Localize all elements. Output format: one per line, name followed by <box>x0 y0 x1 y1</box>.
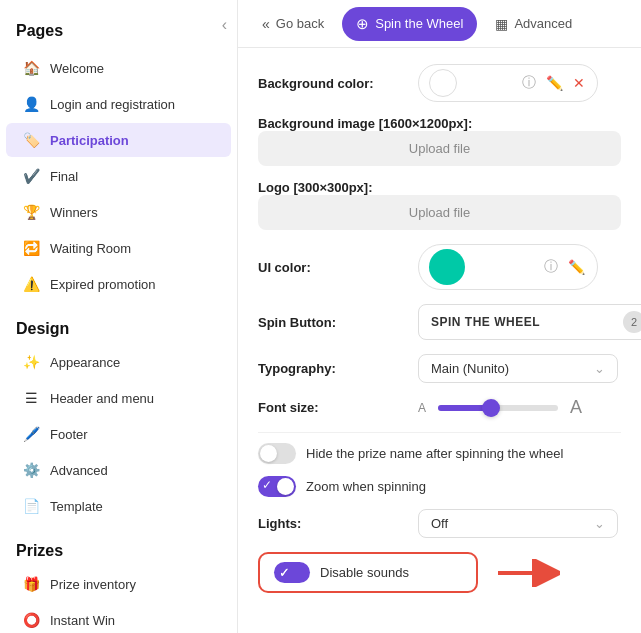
ui-color-info-button[interactable]: ⓘ <box>542 256 560 278</box>
gift-icon: 🎁 <box>22 575 40 593</box>
lights-row: Lights: Off ⌄ <box>258 509 621 538</box>
content-area: Background color: ⓘ ✏️ ✕ Background imag… <box>238 48 641 633</box>
ui-color-row: UI color: ⓘ ✏️ <box>258 244 621 290</box>
bg-color-swatch <box>429 69 457 97</box>
pages-section-title: Pages <box>0 4 79 46</box>
waiting-icon: 🔁 <box>22 239 40 257</box>
font-size-slider[interactable] <box>438 405 558 411</box>
user-icon: 👤 <box>22 95 40 113</box>
disable-sounds-toggle[interactable]: ✓ <box>274 562 310 583</box>
logo-upload-button[interactable]: Upload file <box>258 195 621 230</box>
spin-button-row: Spin Button: SPIN THE WHEEL 2 <box>258 304 621 340</box>
disable-sounds-label: Disable sounds <box>320 565 409 580</box>
main-panel: « Go back ⊕ Spin the Wheel ▦ Advanced Ba… <box>238 0 641 633</box>
typography-label: Typography: <box>258 361 408 376</box>
spin-button-badge: 2 <box>623 311 641 333</box>
gear-icon: ⚙️ <box>22 461 40 479</box>
ui-color-label: UI color: <box>258 260 408 275</box>
divider-1 <box>258 432 621 433</box>
warning-icon: ⚠️ <box>22 275 40 293</box>
sidebar-item-participation[interactable]: 🏷️ Participation <box>6 123 231 157</box>
sidebar-item-instant-win[interactable]: ⭕ Instant Win <box>6 603 231 633</box>
prizes-section-title: Prizes <box>0 524 237 566</box>
sidebar-item-final[interactable]: ✔️ Final <box>6 159 231 193</box>
sidebar-item-advanced[interactable]: ⚙️ Advanced <box>6 453 231 487</box>
disable-sounds-container: ✓ Disable sounds <box>258 552 621 593</box>
tag-icon: 🏷️ <box>22 131 40 149</box>
circle-icon: ⭕ <box>22 611 40 629</box>
bg-image-upload-button[interactable]: Upload file <box>258 131 621 166</box>
bg-color-edit-button[interactable]: ✏️ <box>544 73 565 93</box>
lights-label: Lights: <box>258 516 408 531</box>
design-section-title: Design <box>0 302 237 344</box>
advanced-button[interactable]: ▦ Advanced <box>481 8 586 40</box>
back-chevron-icon: « <box>262 16 270 32</box>
check-icon: ✓ <box>279 565 290 580</box>
typography-value: Main (Nunito) <box>431 361 509 376</box>
sidebar-item-prize-inventory[interactable]: 🎁 Prize inventory <box>6 567 231 601</box>
bg-color-field[interactable]: ⓘ ✏️ ✕ <box>418 64 598 102</box>
large-a-icon: A <box>570 397 582 418</box>
ui-color-edit-button[interactable]: ✏️ <box>566 257 587 277</box>
go-back-button[interactable]: « Go back <box>248 8 338 40</box>
chevron-down-icon: ⌄ <box>594 361 605 376</box>
font-size-label: Font size: <box>258 400 408 415</box>
sidebar-item-winners[interactable]: 🏆 Winners <box>6 195 231 229</box>
spin-the-wheel-button[interactable]: ⊕ Spin the Wheel <box>342 7 477 41</box>
template-icon: 📄 <box>22 497 40 515</box>
sidebar-item-appearance[interactable]: ✨ Appearance <box>6 345 231 379</box>
wheel-icon: ⊕ <box>356 15 369 33</box>
zoom-row: ✓ Zoom when spinning <box>258 476 621 497</box>
zoom-toggle[interactable]: ✓ <box>258 476 296 497</box>
top-nav: « Go back ⊕ Spin the Wheel ▦ Advanced <box>238 0 641 48</box>
bg-image-section: Background image [1600×1200px]: Upload f… <box>258 116 621 166</box>
bg-color-row: Background color: ⓘ ✏️ ✕ <box>258 64 621 102</box>
sidebar-item-expired[interactable]: ⚠️ Expired promotion <box>6 267 231 301</box>
sidebar-item-login[interactable]: 👤 Login and registration <box>6 87 231 121</box>
logo-label: Logo [300×300px]: <box>258 180 621 195</box>
hide-prize-label: Hide the prize name after spinning the w… <box>306 446 563 461</box>
typography-select[interactable]: Main (Nunito) ⌄ <box>418 354 618 383</box>
lights-value: Off <box>431 516 448 531</box>
trophy-icon: 🏆 <box>22 203 40 221</box>
font-size-fill <box>438 405 488 411</box>
small-a-icon: A <box>418 401 426 415</box>
sidebar-item-template[interactable]: 📄 Template <box>6 489 231 523</box>
home-icon: 🏠 <box>22 59 40 77</box>
bg-color-label: Background color: <box>258 76 408 91</box>
red-arrow-indicator <box>490 559 560 587</box>
sidebar-item-welcome[interactable]: 🏠 Welcome <box>6 51 231 85</box>
ui-color-swatch <box>429 249 465 285</box>
bg-color-actions: ⓘ ✏️ ✕ <box>520 72 587 94</box>
arrow-svg <box>490 559 560 587</box>
sidebar: Pages ‹ 🏠 Welcome 👤 Login and registrati… <box>0 0 238 633</box>
logo-section: Logo [300×300px]: Upload file <box>258 180 621 230</box>
lights-chevron-icon: ⌄ <box>594 516 605 531</box>
disable-sounds-box: ✓ Disable sounds <box>258 552 478 593</box>
sidebar-collapse-button[interactable]: ‹ <box>212 0 237 50</box>
menu-icon: ☰ <box>22 389 40 407</box>
bg-image-label: Background image [1600×1200px]: <box>258 116 621 131</box>
spin-button-field[interactable]: SPIN THE WHEEL 2 <box>418 304 641 340</box>
spin-button-value: SPIN THE WHEEL <box>431 315 540 329</box>
hide-prize-row: Hide the prize name after spinning the w… <box>258 443 621 464</box>
sparkle-icon: ✨ <box>22 353 40 371</box>
footer-icon: 🖊️ <box>22 425 40 443</box>
lights-select[interactable]: Off ⌄ <box>418 509 618 538</box>
sidebar-item-header-menu[interactable]: ☰ Header and menu <box>6 381 231 415</box>
ui-color-field[interactable]: ⓘ ✏️ <box>418 244 598 290</box>
sidebar-item-waiting-room[interactable]: 🔁 Waiting Room <box>6 231 231 265</box>
spin-button-label: Spin Button: <box>258 315 408 330</box>
typography-row: Typography: Main (Nunito) ⌄ <box>258 354 621 383</box>
font-size-row: Font size: A A <box>258 397 621 418</box>
checkmark-icon: ✔️ <box>22 167 40 185</box>
font-size-control: A A <box>418 397 582 418</box>
bg-color-remove-button[interactable]: ✕ <box>571 73 587 93</box>
sidebar-item-footer[interactable]: 🖊️ Footer <box>6 417 231 451</box>
ui-color-actions: ⓘ ✏️ <box>542 256 587 278</box>
advanced-icon: ▦ <box>495 16 508 32</box>
bg-color-info-button[interactable]: ⓘ <box>520 72 538 94</box>
hide-prize-toggle[interactable] <box>258 443 296 464</box>
zoom-label: Zoom when spinning <box>306 479 426 494</box>
font-size-thumb[interactable] <box>482 399 500 417</box>
